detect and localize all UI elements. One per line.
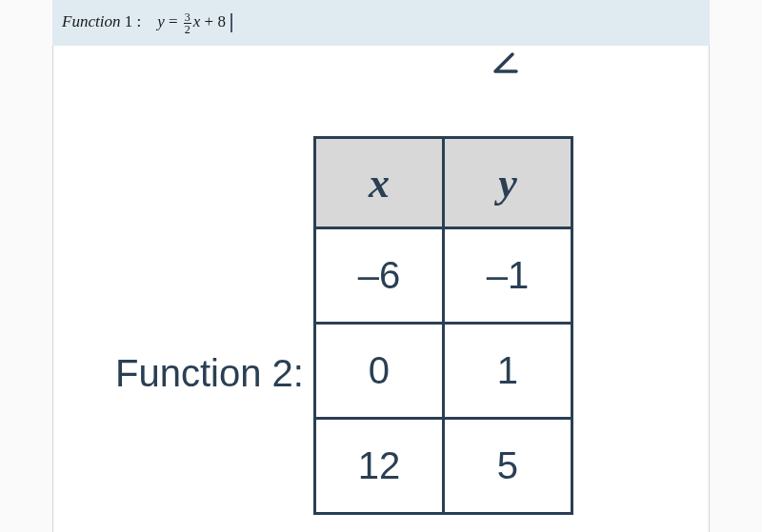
fraction-denominator: 2 [184,24,191,35]
function1-number: 1 [125,12,133,30]
function1-label: Function [62,12,120,30]
table-cell-x: 0 [314,324,443,419]
table-row: 12 5 [314,419,572,514]
table-header-y: y [443,138,572,228]
table-cell-y: 1 [443,324,572,419]
function1-colon: : [136,12,141,30]
function1-constant: 8 [217,12,226,30]
function2-label: Function 2: [115,257,304,395]
table-cell-x: –6 [314,228,443,324]
header-bar: Function 1 : y = 3 2 x + 8 [52,0,710,46]
text-cursor [231,13,232,32]
fraction-numerator: 3 [184,11,191,24]
table-cell-x: 12 [314,419,443,514]
table-cell-y: 5 [443,419,572,514]
function1-y: y [157,12,165,30]
table-cell-y: –1 [443,228,572,324]
stray-mark [491,48,520,83]
table-row: 0 1 [314,324,572,419]
function1-fraction: 3 2 [184,11,191,35]
function1-plus: + [205,12,214,30]
function2-table: x y –6 –1 0 1 12 5 [313,136,573,515]
content-area: Function 2: x y –6 –1 0 1 12 5 [52,46,710,532]
function1-x: x [193,12,201,30]
table-header-row: x y [314,138,572,228]
function1-equals: = [169,12,178,30]
function1-equation: Function 1 : y = 3 2 x + 8 [62,11,232,35]
function2-group: Function 2: x y –6 –1 0 1 12 5 [115,136,573,515]
table-row: –6 –1 [314,228,572,324]
table-header-x: x [314,138,443,228]
